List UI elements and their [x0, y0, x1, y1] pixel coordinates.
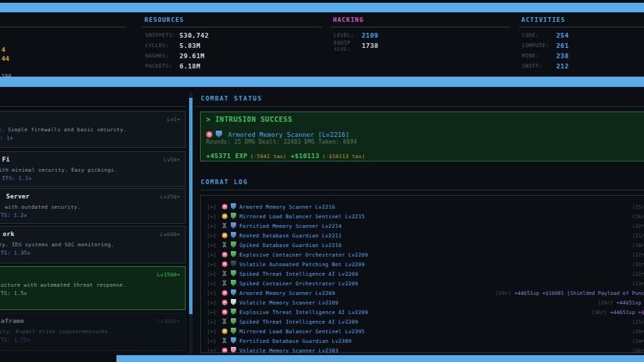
player-stat-fragment: 100 — [1, 74, 11, 80]
target-card[interactable]: Lv1+c. Simple firewalls and basic securi… — [0, 111, 186, 148]
log-timestamp: (21r) — [632, 319, 644, 325]
log-prefix: [+] — [207, 319, 216, 325]
pink-shield-icon — [231, 347, 236, 353]
log-timestamp: (16r) — [632, 214, 644, 220]
combat-panel: COMBAT STATUS > INTRUSION SUCCESS Armore… — [195, 88, 644, 355]
log-entry: [+]XSpiked Database Guardian Lv2210(18r) — [201, 239, 644, 248]
log-entry: [+]Rooted Database Guardian Lv2211(21r) — [201, 229, 644, 239]
player-stat-fragment: 44 — [1, 55, 9, 62]
target-card[interactable]: FiLv50+ith minimal security. Easy pickin… — [0, 151, 186, 187]
green-shield-icon — [231, 270, 236, 276]
target-desc: with outdated security. — [5, 204, 81, 210]
stat-value: 1738 — [362, 42, 378, 49]
intrusion-result-title: > INTRUSION SUCCESS — [206, 116, 293, 123]
log-timestamp: (32r) — [632, 223, 644, 229]
target-level-badge: Lv50+ — [164, 157, 180, 163]
target-level-badge: Lv3000+ — [157, 318, 180, 324]
target-desc: ty. IDS systems and SOC monitoring. — [0, 242, 114, 248]
log-enemy-name: Fortified Memory Scanner Lv2214 — [240, 223, 342, 229]
target-credits: TS: 1.5x — [1, 290, 27, 296]
log-enemy-name: Explosive Container Orchestrator Lv2209 — [240, 252, 369, 258]
targets-scrollbar[interactable] — [189, 92, 193, 354]
top-accent-bar — [0, 3, 644, 12]
pink-orb-icon — [222, 252, 227, 257]
target-card[interactable]: ServerLv250+with outdated security.TS: 1… — [0, 188, 186, 224]
target-name: aframe — [1, 318, 24, 324]
log-prefix: [+] — [207, 233, 216, 239]
log-timestamp: (25r) — [632, 204, 644, 210]
log-prefix: [+] — [207, 242, 216, 248]
pink-orb-icon — [222, 348, 227, 353]
panel-divider — [0, 27, 127, 27]
log-enemy-name: Armored Memory Scanner Lv2216 — [240, 204, 336, 210]
pink-orb-icon — [222, 300, 227, 305]
exp-reward: +45371 EXP — [206, 152, 247, 159]
log-prefix: [+] — [207, 300, 216, 306]
bottom-bar — [0, 355, 644, 362]
log-enemy-name: Volatile Automated Patching Bot Lv2209 — [240, 261, 365, 268]
panel-divider — [330, 27, 510, 27]
stat-value: 530,742 — [179, 31, 209, 39]
log-prefix: [+] — [207, 309, 216, 315]
stat-label: CYCLES: — [145, 42, 179, 49]
enemy-name: Armored Memory Scanner [Lv2216] — [228, 131, 349, 138]
target-card[interactable]: aframeLv3000+ity. Expect elite counterme… — [0, 313, 186, 351]
stat-label: EQUIP iLVL: — [334, 40, 362, 52]
target-level-badge: Lv600+ — [160, 231, 180, 237]
panel-hacking: HACKING LEVEL:2109EQUIP iLVL:1738 — [330, 16, 510, 73]
stat-row: PACKETS:6.18M — [142, 61, 322, 71]
orange-orb-icon — [222, 214, 227, 219]
green-shield-icon — [231, 318, 236, 324]
stat-row: HASHES:29.61M — [142, 51, 322, 61]
blue-shield-icon — [231, 337, 236, 344]
log-enemy-name: Spiked Threat Intelligence AI Lv2209 — [240, 271, 358, 277]
target-card[interactable]: Lv1500+ucture with automated threat resp… — [0, 266, 186, 310]
log-reward: +44651xp +$1 — [610, 309, 644, 315]
log-enemy-name: Volatile Memory Scanner Lv2383 — [240, 348, 338, 353]
stat-label: LEVEL: — [334, 32, 362, 38]
log-enemy-name: Mirrored Load Balancer Sentinel Lv2215 — [240, 214, 365, 220]
log-timestamp: (18r) — [632, 242, 644, 248]
log-reward: +44651xp + — [617, 300, 644, 306]
log-entry: [+]XFortified Database Guardian Lv2389(1… — [201, 335, 644, 344]
target-level-badge: Lv250+ — [160, 194, 180, 200]
log-timestamp: (31r) — [632, 261, 644, 268]
orange-orb-icon — [222, 233, 227, 238]
panel-divider — [195, 106, 644, 107]
stat-row: CODE:254 — [519, 30, 644, 40]
pink-orb-icon — [222, 204, 227, 209]
stat-label: HASHES: — [145, 53, 179, 59]
log-entry: [+]XFortified Memory Scanner Lv2214(32r) — [201, 220, 644, 229]
log-timestamp: (30r) — [632, 328, 644, 335]
log-enemy-name: Explosive Threat Intelligence AI Lv2209 — [240, 309, 369, 315]
log-entry: [+]XSpiked Threat Intelligence AI Lv2209… — [201, 268, 644, 277]
log-entry: [+]Explosive Container Orchestrator Lv22… — [201, 248, 644, 258]
stat-row: MINE:238 — [519, 51, 644, 61]
target-desc: c. Simple firewalls and basic security. — [0, 127, 127, 133]
log-timestamp: (13r) — [632, 281, 644, 287]
stat-row: COMPUTE:261 — [519, 40, 644, 51]
panel-activities: ACTIVITIES CODE:254COMPUTE:261MINE:238SN… — [519, 16, 644, 73]
log-timestamp: (27r) — [632, 252, 644, 258]
target-card[interactable]: orkLv600+ty. IDS systems and SOC monitor… — [0, 226, 186, 263]
combat-log-title: COMBAT LOG — [201, 179, 248, 185]
blue-shield-icon — [231, 232, 236, 238]
log-entry: [+]Mirrored Load Balancer Sentinel Lv221… — [201, 210, 644, 220]
log-enemy-name: Spiked Database Guardian Lv2210 — [240, 242, 342, 248]
pink-orb-icon — [222, 261, 227, 267]
target-desc: ucture with automated threat response. — [1, 282, 126, 288]
stat-label: SNIPPETS: — [145, 32, 179, 38]
targets-panel: Lv1+c. Simple firewalls and basic securi… — [0, 88, 195, 355]
stat-label: COMPUTE: — [522, 42, 556, 49]
stat-value: 6.18M — [179, 62, 201, 70]
log-entry: [+]Mirrored Load Balancer Sentinel Lv239… — [201, 325, 644, 335]
stat-label: MINE: — [522, 53, 556, 59]
log-prefix: [+] — [207, 281, 216, 287]
log-enemy-name: Mirrored Load Balancer Sentinel Lv2395 — [240, 328, 365, 335]
stat-label: SNIFF: — [522, 63, 556, 69]
stat-value: 212 — [556, 62, 569, 70]
scrollbar-thumb[interactable] — [189, 98, 193, 314]
green-shield-icon — [231, 242, 236, 248]
stat-row: SNIPPETS:530,742 — [142, 30, 322, 40]
resources-title: RESOURCES — [145, 16, 184, 23]
